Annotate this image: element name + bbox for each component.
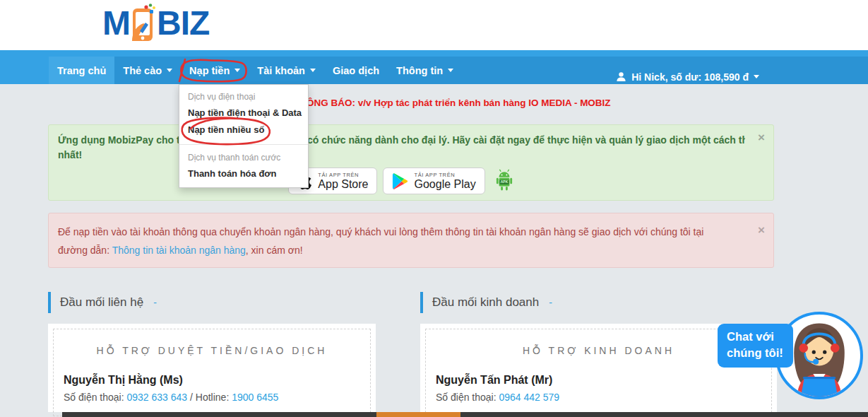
- hotline-label: / Hotline:: [187, 392, 232, 403]
- store-buttons-row: TẢI APP TRÊN App Store TẢI APP TRÊN Goog…: [58, 168, 745, 194]
- logo-text-m: M: [102, 4, 130, 42]
- bank-info-line2-suffix: , xin cám ơn!: [246, 245, 303, 256]
- business-contact-phone: Số điện thoại: 0964 442 579: [436, 392, 777, 403]
- collapse-toggle[interactable]: -: [549, 297, 552, 308]
- nav-item-transactions[interactable]: Giao dịch: [324, 57, 388, 84]
- caret-down-icon: [754, 75, 759, 78]
- user-balance-label: Hi Nick, số dư: 108,590 đ: [631, 71, 749, 83]
- caret-down-icon: [234, 69, 240, 72]
- phone-label: Số điện thoại:: [64, 392, 127, 403]
- page: M BIZ Trang chủ Thẻ cào: [0, 0, 868, 417]
- close-icon[interactable]: ×: [758, 221, 765, 240]
- announcement-text[interactable]: THÔNG BÁO: v/v Hợp tác phát triển kênh b…: [294, 98, 611, 108]
- nav-item-cards-label: Thẻ cào: [123, 65, 162, 76]
- main-navbar: Trang chủ Thẻ cào Nạp tiền Tài khoản Gia…: [0, 50, 868, 84]
- user-menu[interactable]: Hi Nick, số dư: 108,590 đ: [616, 63, 759, 90]
- support-contact-phone: Số điện thoại: 0932 633 643 / Hotline: 1…: [64, 392, 376, 403]
- caret-down-icon: [310, 69, 316, 72]
- app-store-name: App Store: [318, 178, 368, 190]
- user-icon: [616, 71, 626, 82]
- apk-label: APK: [500, 180, 508, 184]
- nav-strip: Trang chủ Thẻ cào Nạp tiền Tài khoản Gia…: [49, 57, 868, 84]
- caret-down-icon: [448, 69, 453, 72]
- business-contact-name: Nguyễn Tấn Phát (Mr): [436, 374, 777, 387]
- support-card: HỖ TRỢ DUYỆT TIỀN/GIAO DỊCH Nguyễn Thị H…: [48, 324, 376, 412]
- mobiz-logo[interactable]: M BIZ: [102, 3, 209, 42]
- google-play-tagline: TẢI APP TRÊN: [414, 172, 475, 178]
- phone-hand-icon: [131, 3, 156, 42]
- dropdown-divider: [179, 144, 308, 145]
- site-header: M BIZ: [0, 0, 868, 50]
- bank-info-link[interactable]: Thông tin tài khoản ngân hàng: [112, 245, 246, 256]
- mobizpay-alert-line1: Ứng dụng MobizPay cho thiết bị di động h…: [58, 133, 745, 148]
- logo-text-biz: BIZ: [157, 4, 209, 42]
- nav-item-topup[interactable]: Nạp tiền: [181, 57, 249, 84]
- contact-section-header: Đầu mối liên hệ -: [48, 292, 376, 313]
- menu-item-multi-number-topup[interactable]: Nạp tiền nhiều số: [179, 122, 308, 139]
- business-section-title: Đầu mối kinh doanh: [432, 295, 539, 310]
- nav-item-info[interactable]: Thông tin: [388, 57, 462, 84]
- chat-bubble-line1: Chat với: [727, 329, 793, 345]
- phone-link[interactable]: 0964 442 579: [499, 392, 560, 403]
- footer-orange-segment: [376, 412, 460, 417]
- nav-item-topup-label: Nạp tiền: [189, 65, 230, 76]
- app-store-tagline: TẢI APP TRÊN: [318, 172, 368, 178]
- support-card-title: HỖ TRỢ DUYỆT TIỀN/GIAO DỊCH: [48, 345, 376, 356]
- support-contact-name: Nguyễn Thị Hằng (Ms): [64, 374, 376, 387]
- dropdown-group-phone-services: Dịch vụ điện thoại: [179, 90, 308, 105]
- mobizpay-alert-line2: nhất!: [58, 148, 745, 163]
- chat-with-us-button[interactable]: Chat với chúng tôi!: [718, 324, 793, 368]
- apk-download-button[interactable]: APK: [494, 169, 515, 194]
- android-apk-icon: APK: [494, 169, 515, 192]
- google-play-icon: [392, 172, 408, 190]
- nav-item-account[interactable]: Tài khoản: [249, 57, 324, 84]
- menu-item-recharge-data[interactable]: Nạp tiền điện thoại & Data: [179, 105, 308, 122]
- bank-info-line2-prefix: đường dẫn:: [58, 245, 112, 256]
- google-play-name: Google Play: [414, 178, 475, 190]
- dashed-border: [53, 329, 371, 416]
- hotline-link[interactable]: 1900 6455: [232, 392, 278, 403]
- phone-link[interactable]: 0932 633 643: [127, 392, 188, 403]
- topup-dropdown-menu: Dịch vụ điện thoại Nạp tiền điện thoại &…: [179, 84, 309, 188]
- business-section-header: Đầu mối kinh doanh -: [420, 292, 774, 313]
- nav-item-transactions-label: Giao dịch: [333, 65, 379, 76]
- dropdown-group-bill-services: Dịch vụ thanh toán cước: [179, 151, 308, 165]
- contact-section-title: Đầu mối liên hệ: [60, 295, 143, 310]
- mobizpay-alert: Ứng dụng MobizPay cho thiết bị di động h…: [48, 124, 774, 201]
- menu-item-bill-payment[interactable]: Thanh toán hóa đơn: [179, 165, 308, 182]
- nav-item-cards[interactable]: Thẻ cào: [114, 57, 181, 84]
- bank-info-line1: Để nạp tiền vào tài khoản thông qua chuy…: [58, 223, 745, 241]
- google-play-button[interactable]: TẢI APP TRÊN Google Play: [383, 168, 484, 194]
- phone-label: Số điện thoại:: [436, 392, 499, 403]
- close-icon[interactable]: ×: [758, 131, 765, 145]
- chat-bubble-line2: chúng tôi!: [727, 345, 793, 361]
- nav-item-home[interactable]: Trang chủ: [49, 57, 114, 84]
- caret-down-icon: [167, 69, 172, 72]
- bank-info-line2: đường dẫn: Thông tin tài khoản ngân hàng…: [58, 241, 745, 259]
- nav-item-account-label: Tài khoản: [257, 65, 305, 76]
- footer-edge-bar: [62, 412, 868, 417]
- collapse-toggle[interactable]: -: [153, 297, 157, 308]
- bank-info-alert: Để nạp tiền vào tài khoản thông qua chuy…: [48, 213, 774, 268]
- nav-item-home-label: Trang chủ: [57, 65, 106, 76]
- nav-item-info-label: Thông tin: [396, 65, 443, 76]
